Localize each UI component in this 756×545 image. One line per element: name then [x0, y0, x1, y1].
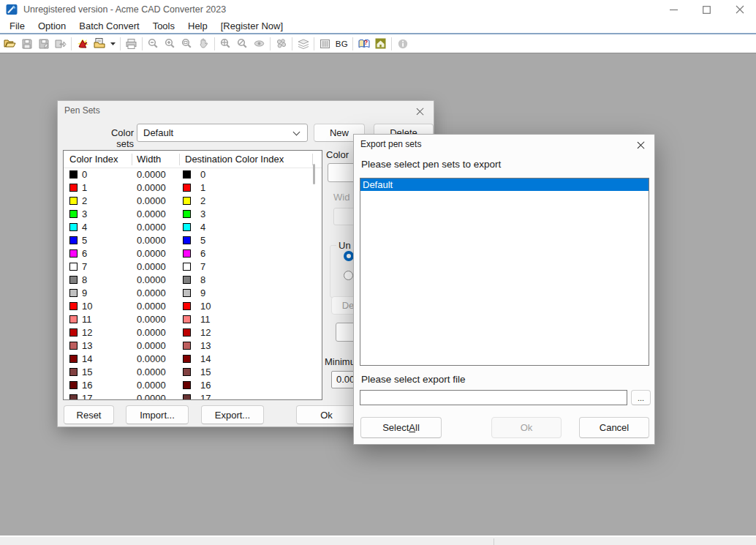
width-cell: 0.0000: [137, 287, 166, 300]
width-cell: 0.0000: [137, 168, 166, 181]
color-index-cell: 10: [82, 300, 92, 313]
width-cell: 0.0000: [137, 221, 166, 234]
print-icon: [123, 36, 140, 52]
export-dialog-close-icon[interactable]: [632, 138, 649, 151]
export-dialog-titlebar: Export pen sets: [354, 135, 654, 154]
menubar: FileOptionBatch ConvertToolsHelp[Registe…: [0, 19, 756, 33]
color-index-cell: 5: [82, 234, 87, 247]
width-cell: 0.0000: [137, 208, 166, 221]
width-cell: 0.0000: [137, 366, 166, 379]
color-swatch: [69, 381, 78, 389]
cancel-button[interactable]: Cancel: [579, 417, 649, 438]
destination-color-swatch: [183, 170, 191, 178]
toolbar-separator: [142, 37, 143, 50]
color-index-cell: 8: [82, 274, 87, 287]
table-row[interactable]: 110.000011: [64, 313, 322, 326]
color-swatch: [69, 184, 78, 192]
browse-button[interactable]: ...: [631, 390, 651, 405]
home-icon[interactable]: [372, 36, 389, 52]
open-file-icon[interactable]: [1, 36, 18, 52]
color-swatch: [69, 368, 78, 376]
destination-index-cell: 17: [200, 392, 211, 399]
destination-color-swatch: [183, 276, 191, 284]
reset-button[interactable]: Reset: [64, 405, 114, 424]
export-file-input[interactable]: [360, 390, 627, 405]
destination-index-cell: 0: [200, 168, 205, 181]
destination-color-swatch: [183, 328, 191, 337]
pen-sets-close-icon[interactable]: [412, 105, 428, 118]
table-row[interactable]: 10.00001: [64, 181, 322, 195]
pen-sets-titlebar: Pen Sets: [58, 101, 434, 120]
toolbar-separator: [214, 37, 215, 50]
table-row[interactable]: 20.00002: [64, 195, 322, 208]
titlebar: Unregistered version - Acme CAD Converte…: [0, 0, 756, 19]
color-swatch: [69, 249, 78, 258]
maximize-button[interactable]: [690, 0, 723, 19]
menu-item-file[interactable]: File: [3, 19, 31, 33]
destination-color-swatch: [183, 394, 191, 399]
pdf-convert-icon[interactable]: [74, 36, 91, 52]
table-row[interactable]: 70.00007: [64, 260, 322, 274]
color-index-cell: 0: [82, 168, 87, 181]
width-cell: 0.0000: [137, 353, 166, 366]
table-row[interactable]: 60.00006: [64, 247, 322, 260]
color-index-cell: 15: [82, 366, 92, 379]
color-sets-combobox[interactable]: Default: [137, 124, 308, 142]
minimize-button[interactable]: [657, 0, 690, 19]
table-row[interactable]: 140.000014: [64, 353, 322, 366]
table-row[interactable]: 40.00004: [64, 221, 322, 234]
convert-dropdown-arrow[interactable]: [107, 36, 118, 52]
destination-index-cell: 14: [200, 353, 211, 366]
destination-color-swatch: [183, 302, 191, 310]
color-swatch: [69, 328, 78, 337]
pen-color-swatch-button[interactable]: [328, 163, 357, 182]
destination-color-swatch: [183, 315, 191, 323]
table-scrollbar-thumb[interactable]: [313, 164, 315, 184]
menu-item-tools[interactable]: Tools: [146, 19, 181, 33]
table-row[interactable]: 170.000017: [64, 392, 322, 399]
pen-sets-listbox: Default: [360, 178, 649, 366]
table-row[interactable]: 120.000012: [64, 326, 322, 339]
menu-item-register-now[interactable]: [Register Now]: [214, 19, 290, 33]
table-row[interactable]: 90.00009: [64, 287, 322, 300]
header-separator: [179, 154, 180, 165]
destination-index-cell: 12: [200, 326, 211, 339]
pen-set-list-item[interactable]: Default: [360, 178, 649, 191]
redraw-icon: [273, 36, 290, 52]
table-row[interactable]: 00.00000: [64, 168, 322, 181]
table-row[interactable]: 160.000016: [64, 379, 322, 392]
table-row[interactable]: 50.00005: [64, 234, 322, 247]
close-button[interactable]: [723, 0, 756, 19]
select-pen-sets-label: Please select pen sets to export: [361, 159, 501, 170]
toolbar-separator: [314, 37, 314, 50]
destination-color-swatch: [183, 368, 191, 376]
help-icon[interactable]: ?: [355, 36, 372, 52]
color-swatch: [69, 263, 78, 271]
unit-radio-selected[interactable]: [344, 251, 354, 261]
toolbar: BG?: [0, 34, 756, 53]
menu-item-option[interactable]: Option: [31, 19, 72, 33]
batch-convert-icon[interactable]: [91, 36, 107, 52]
select-all-button[interactable]: Select All: [360, 417, 442, 438]
unit-group-label: Un: [336, 240, 353, 251]
table-row[interactable]: 30.00003: [64, 208, 322, 221]
bg-color-label[interactable]: BG: [333, 36, 350, 52]
select-all-label-suffix: ll: [415, 422, 420, 433]
menu-item-help[interactable]: Help: [181, 19, 214, 33]
width-cell: 0.0000: [137, 274, 166, 287]
table-row[interactable]: 80.00008: [64, 274, 322, 287]
destination-index-cell: 13: [200, 339, 211, 353]
ok-button[interactable]: Ok: [296, 405, 357, 424]
chevron-down-icon: [293, 129, 300, 136]
table-row[interactable]: 130.000013: [64, 339, 322, 353]
unit-radio-unselected[interactable]: [344, 271, 353, 280]
export-button[interactable]: Export...: [201, 405, 264, 424]
color-index-cell: 9: [82, 287, 87, 300]
table-row[interactable]: 100.000010: [64, 300, 322, 313]
import-button[interactable]: Import...: [126, 405, 189, 424]
width-cell: 0.0000: [137, 339, 166, 353]
menu-item-batch-convert[interactable]: Batch Convert: [72, 19, 145, 33]
destination-color-swatch: [183, 342, 191, 350]
table-row[interactable]: 150.000015: [64, 366, 322, 379]
toolbar-separator: [270, 37, 271, 50]
